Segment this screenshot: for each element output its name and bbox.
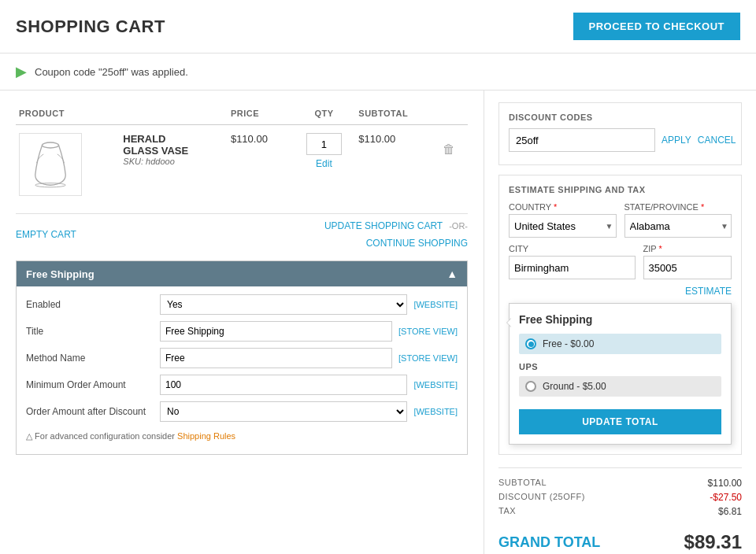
- shipping-panel-title: Free Shipping: [26, 268, 94, 280]
- panel-label-min-order: Minimum Order Amount: [26, 379, 160, 390]
- country-select[interactable]: United States: [509, 214, 617, 238]
- panel-label-title: Title: [26, 326, 160, 337]
- panel-row-order-discount: Order Amount after Discount No Yes [WEBS…: [26, 401, 458, 422]
- country-label: COUNTRY *: [509, 202, 617, 212]
- coupon-arrow-icon: ▶: [16, 63, 27, 80]
- panel-link-min-order[interactable]: [WEBSITE]: [413, 380, 458, 390]
- update-total-button[interactable]: UPDATE TOTAL: [519, 409, 721, 434]
- coupon-notice: ▶ Coupon code "25off" was applied.: [0, 54, 756, 90]
- tax-label: TAX: [498, 506, 516, 517]
- qty-input[interactable]: [306, 133, 342, 155]
- empty-cart-link[interactable]: EMPTY CART: [16, 229, 76, 240]
- panel-row-enabled: Enabled Yes No [WEBSITE]: [26, 294, 458, 315]
- edit-link[interactable]: Edit: [296, 158, 353, 169]
- estimate-title: ESTIMATE SHIPPING AND TAX: [509, 185, 732, 194]
- delete-icon[interactable]: 🗑: [443, 133, 465, 157]
- shipping-panel-header: Free Shipping ▲: [17, 261, 467, 286]
- state-group: STATE/PROVINCE * Alabama ▼: [624, 202, 732, 238]
- free-shipping-radio[interactable]: [525, 338, 536, 349]
- svg-point-0: [43, 142, 59, 148]
- vase-icon: [27, 137, 74, 192]
- apply-link[interactable]: APPLY: [662, 135, 691, 146]
- panel-input-title[interactable]: [160, 321, 392, 342]
- city-zip-row: CITY ZIP *: [509, 244, 732, 279]
- discount-value: -$27.50: [710, 492, 742, 503]
- delete-cell: 🗑: [439, 125, 468, 205]
- panel-note: △ For advanced configuration consider Sh…: [26, 428, 458, 446]
- product-image: [19, 133, 82, 196]
- panel-label-enabled: Enabled: [26, 299, 160, 310]
- cart-actions: EMPTY CART UPDATE SHOPPING CART -OR- CON…: [16, 213, 468, 249]
- product-sku: SKU: hddooo: [123, 157, 224, 166]
- ups-ground-radio[interactable]: [525, 381, 536, 392]
- cancel-link[interactable]: CANCEL: [698, 135, 736, 146]
- panel-row-title: Title [STORE VIEW]: [26, 321, 458, 342]
- panel-input-min-order[interactable]: [160, 375, 407, 395]
- shipping-rules-link[interactable]: Shipping Rules: [177, 431, 235, 441]
- panel-link-title[interactable]: [STORE VIEW]: [398, 327, 458, 336]
- panel-link-enabled[interactable]: [WEBSITE]: [413, 300, 458, 309]
- panel-select-enabled[interactable]: Yes No: [160, 294, 407, 315]
- ups-section: UPS Ground - $5.00: [519, 362, 721, 397]
- totals-section: SUBTOTAL $110.00 DISCOUNT (25OFF) -$27.5…: [498, 467, 742, 554]
- page-header: SHOPPING CART PROCEED TO CHECKOUT: [0, 0, 756, 54]
- free-shipping-option[interactable]: Free - $0.00: [519, 334, 721, 354]
- panel-scroll-button[interactable]: ▲: [447, 268, 458, 280]
- page-title: SHOPPING CART: [16, 17, 165, 37]
- country-state-row: COUNTRY * United States ▼ STATE/PROVINCE…: [509, 202, 732, 238]
- discount-input[interactable]: [509, 128, 655, 152]
- panel-link-order-discount[interactable]: [WEBSITE]: [413, 407, 458, 416]
- cart-action-right: UPDATE SHOPPING CART -OR- CONTINUE SHOPP…: [324, 220, 468, 249]
- zip-group: ZIP *: [643, 244, 732, 279]
- coupon-message: Coupon code "25off" was applied.: [35, 66, 188, 78]
- panel-input-method[interactable]: [160, 348, 392, 368]
- city-label: CITY: [509, 244, 636, 253]
- col-subtotal: SUBTOTAL: [355, 102, 439, 125]
- col-price: PRICE: [228, 102, 293, 125]
- shipping-panel: Free Shipping ▲ Enabled Yes No [WEBSITE]…: [16, 260, 468, 455]
- cart-table: PRODUCT PRICE QTY SUBTOTAL: [16, 102, 468, 204]
- update-cart-row: UPDATE SHOPPING CART -OR-: [324, 220, 468, 231]
- proceed-checkout-top-button[interactable]: PROCEED TO CHECKOUT: [573, 13, 741, 40]
- free-shipping-label: Free - $0.00: [543, 338, 594, 349]
- panel-body: Enabled Yes No [WEBSITE] Title [STORE VI…: [17, 286, 467, 454]
- discount-row-total: DISCOUNT (25OFF) -$27.50: [498, 492, 742, 503]
- city-input[interactable]: [509, 256, 636, 279]
- ups-ground-option[interactable]: Ground - $5.00: [519, 376, 721, 397]
- continue-shopping-link[interactable]: CONTINUE SHOPPING: [366, 238, 468, 249]
- panel-label-order-discount: Order Amount after Discount: [26, 406, 160, 417]
- estimate-section: ESTIMATE SHIPPING AND TAX COUNTRY * Unit…: [498, 175, 742, 455]
- grand-total-value: $89.31: [684, 531, 742, 553]
- zip-input[interactable]: [643, 256, 732, 279]
- table-row: HERALDGLASS VASE SKU: hddooo $110.00 Edi…: [16, 125, 468, 205]
- product-price: $110.00: [228, 125, 293, 205]
- product-info-cell: HERALDGLASS VASE SKU: hddooo: [120, 125, 228, 205]
- popup-title: Free Shipping: [519, 313, 721, 326]
- state-label: STATE/PROVINCE *: [624, 202, 732, 212]
- shipping-popup-wrapper: Free Shipping Free - $0.00 UPS Ground - …: [509, 303, 732, 445]
- update-cart-link[interactable]: UPDATE SHOPPING CART: [324, 220, 443, 231]
- panel-link-method[interactable]: [STORE VIEW]: [398, 353, 458, 363]
- state-select[interactable]: Alabama: [624, 214, 732, 238]
- main-content: PRODUCT PRICE QTY SUBTOTAL: [0, 90, 756, 554]
- grand-total-label: GRAND TOTAL: [498, 534, 600, 551]
- tax-row: TAX $6.81: [498, 506, 742, 517]
- discount-row: APPLY CANCEL: [509, 128, 732, 152]
- panel-row-method: Method Name [STORE VIEW]: [26, 348, 458, 368]
- left-column: PRODUCT PRICE QTY SUBTOTAL: [0, 90, 484, 554]
- col-qty: QTY: [293, 102, 356, 125]
- zip-label: ZIP *: [643, 244, 732, 253]
- subtotal-row: SUBTOTAL $110.00: [498, 478, 742, 489]
- product-name: HERALDGLASS VASE: [123, 133, 224, 157]
- shipping-options-popup: Free Shipping Free - $0.00 UPS Ground - …: [509, 303, 732, 445]
- panel-label-method: Method Name: [26, 353, 160, 364]
- col-product: PRODUCT: [16, 102, 228, 125]
- product-qty-cell: Edit: [293, 125, 356, 205]
- tax-value: $6.81: [718, 506, 742, 517]
- estimate-link[interactable]: ESTIMATE: [509, 286, 732, 297]
- country-select-wrap: United States ▼: [509, 214, 617, 238]
- discount-section-label: DISCOUNT CODES: [509, 113, 732, 122]
- panel-select-order-discount[interactable]: No Yes: [160, 401, 407, 422]
- panel-row-min-order: Minimum Order Amount [WEBSITE]: [26, 375, 458, 395]
- subtotal-value: $110.00: [708, 478, 742, 489]
